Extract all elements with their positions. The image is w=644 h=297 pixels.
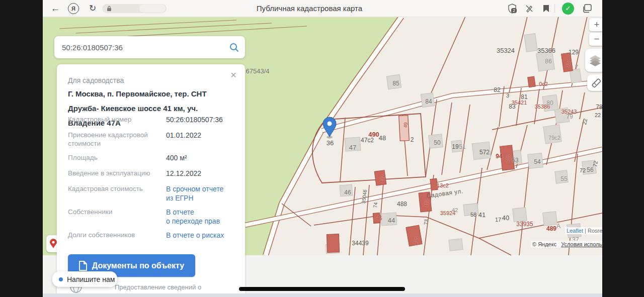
map-parcel-label: 86 [545,58,551,65]
document-icon [79,261,87,271]
shield-button[interactable]: 2 [505,0,520,17]
ruler-icon [591,77,602,88]
row-value: 12.12.2022 [166,169,236,178]
map-parcel-label: 45 [376,216,382,221]
address-bar[interactable] [102,4,167,13]
map-parcel-label: 0с2 [539,81,548,87]
layers-icon [589,54,602,67]
zoom-out-button[interactable]: − [589,33,602,46]
map-parcel-label: 19 [452,143,458,150]
measure-button[interactable] [587,74,602,91]
map-parcel-label: 48 [379,134,386,142]
bookmark-button[interactable] [539,0,553,17]
red-pin-icon [49,239,57,249]
parcel-info-panel: × Для садоводства Г. Москва, п. Первомай… [57,64,245,293]
bookmark-icon [543,5,549,13]
map-parcel-label: 58 [470,212,476,218]
chat-status-dot [59,277,63,281]
toolbar-divider [554,4,555,13]
map-parcel-label: 49 [403,122,409,128]
map-parcel-label: 7 [575,64,578,70]
leaflet-link[interactable]: Leaflet [567,228,583,234]
map-parcel-label: 41 [478,211,486,219]
egrn-report-link[interactable]: В срочном отчетеиз ЕГРН [166,184,236,203]
browser-toolbar: ← Я ↻ Публичная кадастровая карта 2 [43,0,602,17]
map-parcel-label: 78 [596,104,602,111]
search-button[interactable] [223,36,245,58]
row-label: Площадь [68,153,161,162]
close-icon[interactable]: × [228,69,239,80]
map-parcel-label: 74 [372,202,378,208]
map-parcel-label: 129 [569,49,579,56]
tabs-button[interactable] [579,0,595,17]
home-indicator[interactable] [239,287,405,291]
map-parcel-label: 72 [580,167,586,173]
row-label: Введение в эксплуатацию [68,169,161,177]
shield-badge: 2 [511,8,517,13]
chat-label: Напишите нам [67,275,115,283]
cadastral-search[interactable]: 50:26:0180507:36 [54,36,245,58]
map-parcel-label: 82 [494,86,500,93]
map-parcel-label: 40 [502,214,509,222]
parcel-category: Для садоводства [68,76,124,84]
lock-icon [107,6,112,12]
map-parcel-label: 33935 [516,221,533,228]
browser-bottom-bar [43,293,602,297]
map-parcel-label: 85 [392,80,399,87]
row-value: 400 м² [166,153,236,162]
map-parcel-label: 55 [560,175,567,182]
map-parcel-label: 46 [344,189,351,196]
browser-window: 67543/435324353668612913870с285848238183… [43,0,602,297]
map-parcel-label: 47с2 [361,137,374,144]
map-parcel-label: 489 [546,225,556,232]
rosreestr-attr: | Rosre [585,228,602,234]
map-parcel-label: 572 [479,149,490,156]
risk-report-link[interactable]: В отчете о рисках [166,231,236,240]
map-attribution-leaflet: Leaflet | Rosre [565,227,602,234]
map-parcel-label: 13с2 [437,182,449,188]
map-parcel-label: 73 [423,219,429,225]
map-parcel-label: 51 [459,143,465,150]
map-parcel-label: 22 [595,112,601,118]
map-parcel-label: 79 [566,113,573,120]
ownership-report-link[interactable]: В отчетео переходе прав [166,208,236,226]
object-documents-label: Документы по объекту [92,261,184,270]
search-input[interactable]: 50:26:0180507:36 [62,43,223,52]
layers-button[interactable] [585,49,602,72]
map-parcel-label: 22 [581,118,588,125]
row-value: 01.01.2022 [166,131,236,140]
row-label: Кадастровый номер [68,115,161,124]
map-parcel-label: 44 [388,217,395,224]
map-parcel-label: 35421 [512,100,527,106]
map-parcel-label: 2 [411,136,414,143]
row-label: Долги собственников [68,231,161,239]
protect-disabled-button[interactable] [522,0,537,17]
map-parcel-label: 53 [512,157,518,164]
terms-link[interactable]: Условия использ [561,241,602,247]
row-label: Собственники [68,208,161,216]
map-parcel-label: 3 [506,92,509,98]
map-parcel-label: 36 [327,139,334,147]
row-label: Присвоение кадастровой стоимости [68,131,161,148]
chat-widget[interactable]: Напишите нам [52,271,117,287]
map-parcel-label: 35366 [537,47,555,54]
map-attribution-yandex: © Яндекс Условия использ [531,241,602,248]
map-parcel-label: 50 [434,139,440,146]
protect-status-button[interactable]: ✓ [560,0,576,17]
map-parcel-label: 47 [349,144,356,151]
map-parcel-label: 17 [495,217,501,223]
address-bar-segment [139,5,166,13]
map-parcel-label: А [556,223,560,230]
map-parcel-label: 80 [546,100,553,107]
map-parcel-label: 42 [452,207,458,213]
check-icon: ✓ [562,3,574,15]
map-parcel-label: 94 [496,153,502,160]
row-label: Кадастровая стоимость [68,184,161,193]
map-parcel-label: 488 [397,201,407,208]
zoom-in-button[interactable]: + [589,18,602,31]
map-parcel-label: 56 [587,166,593,173]
crossed-pen-icon [525,4,534,13]
map-parcel-label: 79с2 [548,135,560,141]
map-parcel-label: 35324 [497,47,515,54]
tabs-icon [582,4,592,13]
